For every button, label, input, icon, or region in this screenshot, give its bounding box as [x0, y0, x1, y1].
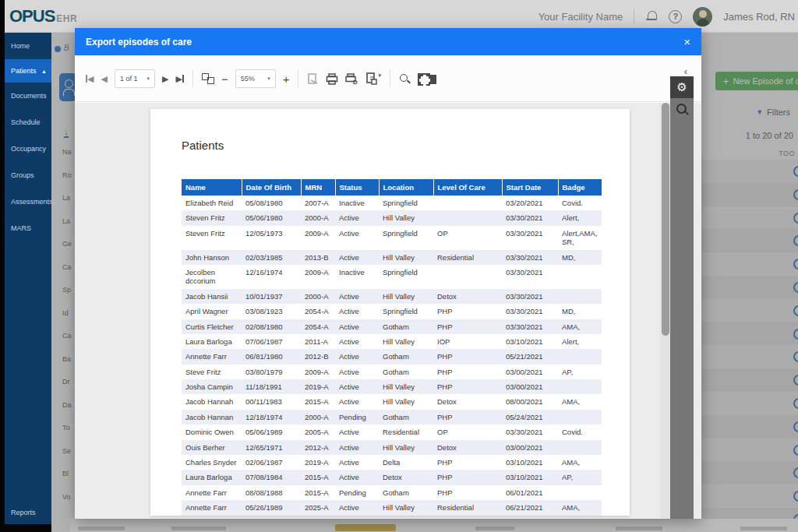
table-cell: PHP	[433, 485, 502, 500]
fullscreen-icon[interactable]	[418, 73, 429, 84]
table-cell: 07/08/1984	[242, 470, 301, 484]
table-row: Steve Fritz03/80/19792009-AActiveGothamP…	[182, 365, 602, 379]
table-cell: Detox	[433, 289, 502, 304]
facility-name[interactable]: Your Facility Name	[538, 11, 623, 23]
table-cell: 11/18/1991	[242, 379, 301, 394]
table-cell: PHP	[433, 410, 502, 425]
table-cell	[433, 196, 502, 210]
table-cell: 08/00/2021	[502, 394, 558, 409]
zoom-in-button[interactable]: +	[283, 73, 290, 85]
chevron-down-icon: ▾	[378, 72, 381, 79]
table-cell: 2000-A	[301, 410, 335, 425]
table-cell: Curtis Fletcher	[182, 319, 242, 334]
sidebar-item-label: MARS	[11, 224, 31, 232]
notifications-bell-icon[interactable]	[645, 10, 658, 23]
viewer-scrollbar[interactable]	[660, 103, 670, 519]
help-icon[interactable]: ?	[669, 10, 682, 23]
sidebar-item-assessments[interactable]: Assessments	[5, 188, 51, 215]
print-icon[interactable]	[326, 73, 338, 85]
table-cell: Detox	[433, 394, 502, 409]
table-cell: Jecolben dccorium	[182, 265, 242, 289]
close-icon[interactable]: ×	[683, 36, 690, 48]
report-viewer-toolbar: ◀ ◀ 1 of 1▾ ▶ ▶ − 55%▾ + D ▾	[75, 55, 701, 102]
table-cell: 2054-A	[301, 304, 335, 319]
print-page-icon[interactable]: D	[345, 73, 358, 85]
user-avatar[interactable]	[693, 7, 712, 26]
table-cell: 05/26/1989	[242, 500, 301, 515]
sidebar-item-occupancy[interactable]: Occupancy	[5, 136, 51, 162]
first-page-button[interactable]: ◀	[86, 74, 94, 84]
table-cell: Active	[335, 379, 379, 394]
sidebar-item-home[interactable]: Home	[5, 33, 51, 59]
app-logo: OPUSEHR	[9, 6, 77, 26]
table-cell: Springfield	[379, 304, 433, 319]
table-cell: Laura Barloga	[182, 470, 242, 484]
table-cell: Charles Snyder	[182, 455, 242, 470]
page-layout-icon[interactable]	[202, 73, 214, 84]
table-cell: Hill Valley	[379, 210, 433, 225]
page-number-select[interactable]: 1 of 1▾	[115, 69, 155, 88]
table-cell: MD,	[558, 304, 602, 319]
table-cell: 2012-A	[301, 440, 335, 455]
table-cell: 02/06/1987	[242, 455, 301, 470]
export-file-icon[interactable]	[365, 72, 377, 85]
sidebar-item-groups[interactable]: Groups	[5, 162, 51, 188]
table-cell: Hill Valley	[379, 500, 433, 515]
table-cell: Active	[335, 304, 379, 319]
table-cell: Residential	[379, 425, 433, 439]
gear-icon[interactable]: ⚙	[670, 76, 694, 98]
user-name[interactable]: James Rod, RN	[723, 11, 795, 23]
table-cell: 03/80/1979	[242, 365, 301, 379]
table-cell: Hill Valley	[379, 379, 433, 394]
table-cell: 03/00/2021	[502, 440, 558, 455]
table-cell: Annette Farr	[182, 500, 242, 515]
table-cell: 2054-A	[301, 319, 335, 334]
table-cell: Gotham	[379, 319, 433, 334]
column-header: Status	[335, 179, 379, 196]
table-cell: 03/00/2021	[502, 365, 558, 379]
scrollbar-thumb[interactable]	[662, 103, 669, 336]
sidebar-item-documents[interactable]: Documents	[5, 83, 51, 109]
collapse-panel-chevron[interactable]: ‹	[684, 65, 687, 77]
panel-search-icon[interactable]	[670, 98, 694, 122]
table-cell: 10/01/1937	[242, 289, 301, 304]
table-cell: Detox	[379, 470, 433, 484]
table-cell: Active	[335, 334, 379, 349]
column-header: Level Of Care	[433, 179, 502, 196]
table-cell: Alert,	[558, 210, 602, 225]
save-document-icon[interactable]	[307, 73, 319, 85]
table-cell: Inactive	[335, 265, 379, 289]
table-cell: 12/65/1971	[242, 440, 301, 455]
export-episodes-modal: Export episodes of care × ◀ ◀ 1 of 1▾ ▶ …	[75, 28, 701, 519]
sidebar-item-mars[interactable]: MARS	[5, 215, 51, 241]
zoom-out-button[interactable]: −	[221, 73, 228, 85]
table-cell: Detox	[433, 440, 502, 455]
sidebar-item-patients[interactable]: Patients▲	[5, 59, 51, 83]
search-icon[interactable]	[399, 73, 411, 85]
table-cell	[558, 349, 602, 364]
next-page-button[interactable]: ▶	[162, 74, 168, 84]
table-row: Steven Fritz12/05/19732009-AActiveSpring…	[182, 226, 602, 250]
table-cell: Active	[335, 470, 379, 484]
zoom-level-select[interactable]: 55%▾	[235, 69, 276, 88]
table-cell: 03/10/2021	[502, 334, 558, 349]
table-cell: PHP	[433, 455, 502, 470]
last-page-button[interactable]: ▶	[175, 74, 183, 84]
sidebar-item-reports[interactable]: Reports	[5, 509, 51, 516]
table-cell: 2015-A	[301, 394, 335, 409]
table-cell: 2009-A	[301, 265, 335, 289]
table-cell: Jacob Hannah	[182, 394, 242, 409]
sidebar-item-schedule[interactable]: Schedule	[5, 109, 51, 136]
table-cell: 07/06/1987	[242, 334, 301, 349]
table-cell: 03/30/2021	[502, 304, 558, 319]
table-cell: 12/16/1974	[242, 265, 301, 289]
table-cell: 06/01/2021	[502, 485, 558, 500]
table-cell: 05/08/1980	[242, 196, 301, 210]
table-row: April Wagner03/08/19232054-AActiveSpring…	[182, 304, 602, 319]
sidebar-item-label: Schedule	[11, 118, 41, 126]
table-cell: Hill Valley	[379, 334, 433, 349]
table-cell: Springfield	[379, 226, 433, 250]
previous-page-button[interactable]: ◀	[101, 74, 107, 84]
table-header-row: NameDate Of BirthMRNStatusLocationLevel …	[182, 179, 602, 196]
table-cell: 02/03/1985	[242, 250, 301, 265]
